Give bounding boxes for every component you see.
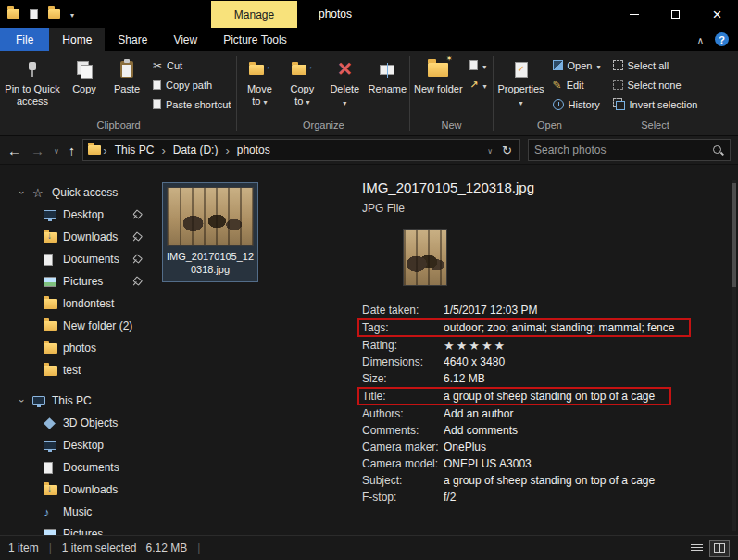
selection-count: 1 item selected [62, 541, 137, 554]
tab-picture-tools[interactable]: Picture Tools [210, 28, 299, 51]
breadcrumb-item[interactable]: Data (D:) [168, 143, 224, 156]
select-none-button[interactable]: Select none [608, 75, 703, 94]
thumbnails-view-button[interactable] [709, 540, 730, 557]
new-item-button[interactable] [465, 56, 491, 75]
file-thumbnail-image [167, 187, 254, 246]
sidebar-item[interactable]: Music [0, 501, 156, 523]
copy-path-button[interactable]: Copy path [148, 75, 235, 94]
move-to-button[interactable]: Move to [238, 54, 281, 109]
sidebar-item[interactable]: 3D Objects [0, 412, 156, 434]
sidebar-item[interactable]: londontest [0, 292, 156, 315]
property-value[interactable]: OnePlus [444, 441, 486, 454]
property-label: Date taken: [362, 304, 444, 317]
up-button[interactable] [69, 143, 76, 158]
expand-chevron-icon[interactable] [20, 395, 32, 406]
property-value[interactable]: outdoor; zoo; animal; standing; mammal; … [444, 321, 674, 334]
property-value[interactable]: Add comments [444, 424, 518, 437]
property-value[interactable]: Add an author [444, 407, 513, 420]
sidebar-item[interactable]: This PC [0, 390, 156, 412]
properties-icon [515, 62, 528, 78]
history-button[interactable]: History [548, 94, 606, 114]
close-button[interactable] [696, 0, 738, 28]
cut-button[interactable]: Cut [148, 56, 235, 75]
maximize-button[interactable] [655, 0, 696, 28]
copy-button[interactable]: Copy [63, 54, 106, 97]
selected-file-tile[interactable]: IMG_20170105_120318.jpg [162, 182, 258, 282]
open-icon [553, 60, 563, 70]
sidebar-item[interactable]: Downloads [0, 226, 156, 248]
sidebar-item[interactable]: Quick access [0, 181, 156, 204]
pin-to-quick-access-button[interactable]: Pin to Quick access [2, 54, 63, 109]
expand-chevron-icon[interactable] [20, 187, 32, 198]
copy-icon [76, 61, 93, 78]
breadcrumb-item[interactable]: photos [231, 143, 276, 156]
tab-share[interactable]: Share [105, 28, 160, 51]
sidebar-item[interactable]: Pictures [0, 270, 156, 292]
details-preview-image [403, 229, 447, 286]
property-value[interactable]: a group of sheep standing on top of a ca… [444, 474, 655, 487]
tab-home[interactable]: Home [49, 28, 105, 51]
rename-button[interactable]: Rename [366, 54, 408, 97]
sidebar-item[interactable]: Downloads [0, 479, 156, 501]
properties-icon[interactable] [30, 9, 38, 19]
select-all-button[interactable]: Select all [608, 56, 703, 75]
sidebar-item-label: Quick access [52, 186, 118, 199]
forward-button[interactable] [31, 143, 44, 158]
edit-button[interactable]: Edit [548, 75, 606, 94]
item-count: 1 item [8, 541, 39, 554]
manage-contextual-tab[interactable]: Manage [211, 1, 297, 28]
invert-selection-button[interactable]: Invert selection [608, 94, 703, 114]
sidebar-item-label: Downloads [63, 230, 118, 243]
property-value[interactable]: f/2 [444, 491, 456, 504]
easy-access-button[interactable] [465, 75, 491, 94]
sidebar-item[interactable]: Documents [0, 456, 156, 479]
property-value[interactable]: ONEPLUS A3003 [444, 457, 532, 470]
back-button[interactable] [7, 143, 21, 158]
selection-size: 6.12 MB [146, 541, 188, 554]
paste-shortcut-button[interactable]: Paste shortcut [148, 94, 235, 114]
property-value[interactable]: 1/5/2017 12:03 PM [444, 304, 537, 317]
sidebar-item[interactable]: photos [0, 337, 156, 359]
sidebar-item[interactable]: Desktop [0, 434, 156, 456]
property-value[interactable]: 6.12 MB [444, 372, 485, 385]
search-icon[interactable] [712, 144, 724, 156]
property-value[interactable]: 4640 x 3480 [444, 355, 505, 368]
minimize-button[interactable] [613, 0, 655, 28]
search-input[interactable] [534, 143, 712, 156]
sidebar-item[interactable]: test [0, 359, 156, 381]
new-folder-button[interactable]: New folder [411, 54, 465, 97]
rename-label: Rename [369, 83, 407, 95]
paste-button[interactable]: Paste [106, 54, 148, 97]
help-icon[interactable]: ? [715, 32, 729, 46]
delete-button[interactable]: Delete [323, 54, 366, 110]
sidebar-item-label: Documents [63, 461, 119, 474]
new-folder-icon[interactable] [48, 9, 60, 19]
history-label: History [569, 99, 600, 110]
breadcrumb: This PC Data (D:) photos [101, 143, 487, 157]
property-value[interactable]: ★★★★★ [444, 339, 507, 353]
collapse-ribbon-chevron-icon[interactable] [697, 33, 704, 46]
search-box[interactable] [528, 139, 731, 161]
delete-label: Delete [330, 83, 359, 95]
property-value[interactable]: a group of sheep standing on top of a ca… [444, 390, 655, 403]
sidebar-item[interactable]: New folder (2) [0, 315, 156, 337]
refresh-icon[interactable] [502, 143, 512, 157]
tab-file[interactable]: File [0, 28, 49, 51]
sidebar-item[interactable]: Pictures [0, 523, 156, 535]
copy-to-button[interactable]: Copy to [281, 54, 323, 109]
properties-button[interactable]: Properties [494, 54, 548, 110]
details-view-button[interactable] [686, 540, 707, 557]
breadcrumb-item[interactable]: This PC [109, 143, 160, 156]
address-history-chevron-icon[interactable] [487, 143, 493, 156]
customize-toolbar-chevron-icon[interactable] [70, 7, 74, 20]
property-row: Tags: outdoor; zoo; animal; standing; ma… [357, 318, 691, 337]
paste-label: Paste [114, 83, 140, 95]
recent-locations-chevron-icon[interactable] [54, 143, 59, 156]
select-all-icon [613, 60, 623, 70]
open-button[interactable]: Open [548, 56, 606, 75]
sidebar-item[interactable]: Desktop [0, 204, 156, 226]
address-bar[interactable]: This PC Data (D:) photos [82, 139, 520, 161]
sidebar-item[interactable]: Documents [0, 248, 156, 270]
property-row: Camera model: ONEPLUS A3003 [362, 455, 731, 472]
tab-view[interactable]: View [160, 28, 210, 51]
